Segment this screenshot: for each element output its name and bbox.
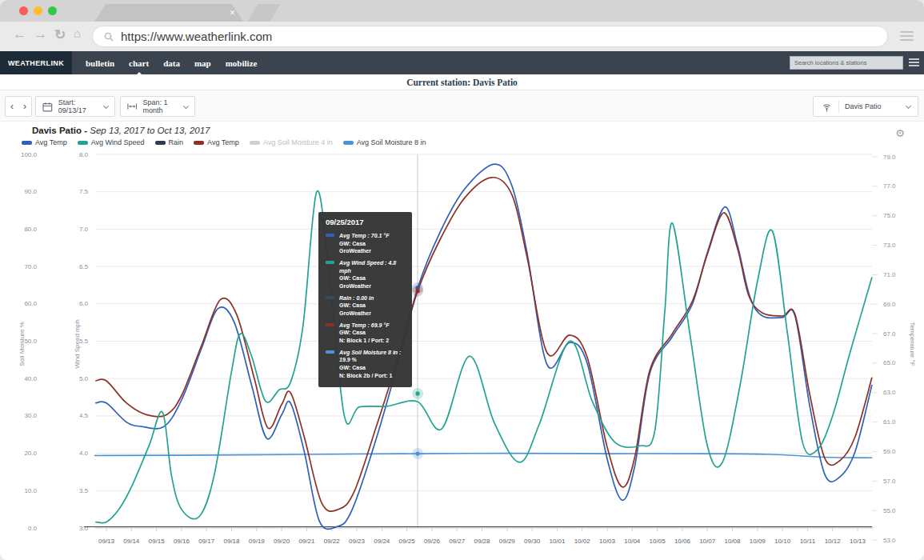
- x-tick-label: 09/26: [424, 538, 441, 545]
- traffic-light-zoom-icon[interactable]: [48, 6, 57, 15]
- marker-dot: [415, 391, 419, 395]
- x-tick-label: 10/03: [599, 538, 616, 545]
- station-list-icon[interactable]: [909, 58, 919, 68]
- tooltip-value: Avg Temp : 69.9 °F: [339, 322, 389, 330]
- x-tick-label: 10/02: [574, 538, 591, 545]
- wind-tick-label: 8.0: [79, 151, 89, 158]
- tab-close-icon[interactable]: ×: [230, 6, 235, 19]
- chevron-down-icon: [103, 103, 109, 109]
- tooltip-value: Avg Wind Speed : 4.8 mph: [339, 259, 405, 274]
- start-date-label: Start: 09/13/17: [58, 98, 104, 114]
- nav-item-chart[interactable]: chart: [129, 58, 149, 68]
- wind-tick-label: 4.0: [79, 450, 89, 457]
- soil-tick-label: 0.0: [28, 525, 38, 532]
- tooltip-swatch: [326, 350, 334, 354]
- x-tick-label: 10/10: [774, 538, 791, 545]
- temp-tick-label: 75.0: [883, 212, 896, 219]
- x-tick-label: 09/15: [149, 538, 166, 545]
- tooltip-gw: GW: Casa: [339, 240, 389, 248]
- tooltip-gw: GW: Casa: [339, 274, 405, 282]
- legend-item[interactable]: Avg Soil Moisture 8 in: [343, 138, 426, 146]
- tooltip-node: GroWeather: [339, 282, 405, 290]
- x-tick-label: 10/13: [850, 538, 866, 545]
- tooltip-entry: Rain : 0.00 inGW: CasaGroWeather: [326, 294, 405, 318]
- nav-item-map[interactable]: map: [194, 58, 211, 68]
- tooltip-date: 09/25/2017: [326, 218, 405, 226]
- nav-item-bulletin[interactable]: bulletin: [86, 58, 114, 68]
- tooltip-gw: GW: Casa: [339, 302, 374, 310]
- plot-area[interactable]: [96, 154, 872, 528]
- date-pager: ‹ ›: [5, 96, 32, 117]
- tooltip-entries: Avg Temp : 70.1 °FGW: CasaGroWeatherAvg …: [326, 232, 405, 379]
- prev-button[interactable]: ‹: [6, 101, 18, 112]
- tooltip-entry: Avg Wind Speed : 4.8 mphGW: CasaGroWeath…: [326, 259, 405, 290]
- nav-item-data[interactable]: data: [163, 58, 180, 68]
- x-tick-label: 09/28: [474, 538, 490, 545]
- temp-tick-label: 69.0: [883, 301, 896, 308]
- chart-header: Davis Patio - Sep 13, 2017 to Oct 13, 20…: [0, 122, 924, 148]
- soil-tick-label: 80.0: [24, 226, 37, 233]
- x-tick-label: 10/04: [624, 538, 641, 545]
- temp-tick-label: 65.0: [883, 359, 896, 366]
- legend-item[interactable]: Avg Temp: [194, 138, 239, 146]
- antenna-icon: [821, 102, 833, 112]
- traffic-light-close-icon[interactable]: [19, 6, 28, 15]
- traffic-light-minimize-icon[interactable]: [34, 6, 42, 15]
- weatherlink-logo[interactable]: WEATHERLINK: [0, 51, 72, 74]
- temp-tick-label: 61.0: [883, 418, 896, 426]
- x-tick-label: 10/09: [750, 538, 766, 545]
- plot-region: 09/1309/1409/1509/1609/1709/1809/1909/20…: [0, 148, 924, 560]
- x-tick-label: 09/20: [274, 538, 290, 545]
- soil-tick-label: 10.0: [24, 487, 37, 494]
- legend-label: Avg Temp: [207, 138, 239, 146]
- tooltip-node: GroWeather: [339, 247, 389, 255]
- temp-tick-label: 59.0: [883, 448, 896, 455]
- tooltip-value: Avg Soil Moisture 8 in : 19.9 %: [339, 349, 405, 364]
- search-input[interactable]: [790, 56, 903, 70]
- browser-menu-icon[interactable]: [900, 31, 914, 43]
- temp-tick-label: 79.0: [883, 154, 896, 161]
- legend-item[interactable]: Avg Soil Moisture 4 in: [250, 138, 333, 146]
- legend-swatch: [343, 141, 354, 145]
- tooltip-value: Rain : 0.00 in: [339, 294, 374, 302]
- browser-tab[interactable]: ×: [94, 4, 243, 22]
- legend-item[interactable]: Rain: [155, 138, 184, 146]
- temp-tick-label: 73.0: [883, 242, 896, 249]
- temp-tick-label: 53.0: [883, 537, 896, 544]
- station-selector-label: Davis Patio: [845, 102, 882, 110]
- chevron-down-icon: [906, 102, 911, 108]
- refresh-icon[interactable]: ↻: [54, 26, 66, 43]
- x-tick-label: 09/17: [198, 538, 215, 545]
- soil-axis-title: Soil Moisture %: [18, 322, 26, 366]
- wind-tick-label: 4.5: [79, 412, 89, 419]
- gear-icon[interactable]: ⚙: [895, 128, 905, 138]
- x-tick-label: 10/05: [650, 538, 666, 545]
- browser-tab-stub[interactable]: [248, 4, 280, 22]
- next-button[interactable]: ›: [18, 101, 31, 112]
- x-tick-label: 09/25: [399, 538, 416, 545]
- temp-tick-label: 57.0: [883, 478, 896, 485]
- divider: [838, 100, 839, 113]
- forward-icon[interactable]: →: [34, 26, 47, 42]
- back-icon[interactable]: ←: [13, 26, 26, 42]
- station-selector[interactable]: Davis Patio: [813, 96, 918, 117]
- url-bar[interactable]: https://www.weatherlink.com: [92, 26, 888, 47]
- start-date-picker[interactable]: Start: 09/13/17: [35, 96, 115, 117]
- temp-tick-label: 63.0: [883, 389, 896, 396]
- legend-item[interactable]: Avg Wind Speed: [78, 138, 145, 146]
- weather-chart[interactable]: 09/1309/1409/1509/1609/1709/1809/1909/20…: [0, 148, 924, 560]
- wind-tick-label: 7.5: [79, 188, 89, 195]
- legend-label: Avg Soil Moisture 8 in: [357, 138, 426, 146]
- nav-item-mobilize[interactable]: mobilize: [226, 58, 258, 68]
- x-tick-label: 09/29: [499, 538, 516, 545]
- tooltip-entry: Avg Temp : 69.9 °FGW: CasaN: Block 1 / P…: [326, 322, 405, 345]
- calendar-icon: [42, 102, 53, 112]
- browser-window: × ← → ↻ ⌂ https://www.weatherlink.com WE…: [0, 0, 924, 560]
- x-tick-label: 10/08: [724, 538, 741, 545]
- span-picker[interactable]: Span: 1 month: [120, 96, 195, 117]
- current-station-bar: Current station: Davis Patio: [0, 74, 924, 90]
- soil-tick-label: 40.0: [24, 375, 37, 382]
- x-tick-label: 09/30: [524, 538, 541, 545]
- home-icon[interactable]: ⌂: [74, 26, 81, 40]
- legend-item[interactable]: Avg Temp: [22, 138, 67, 146]
